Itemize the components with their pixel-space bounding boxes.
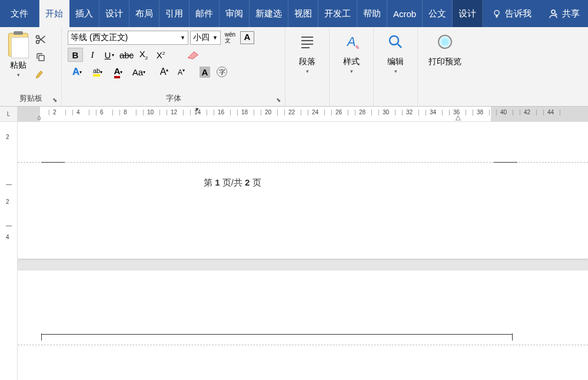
ribbon-content: 粘贴 ▾ 剪贴板 ⬊ 等线 (西文正文): [0, 27, 588, 107]
tab-acrobat[interactable]: Acrob: [387, 0, 423, 27]
italic-button[interactable]: I: [85, 48, 100, 62]
share-icon: [548, 8, 559, 19]
chevron-down-icon: ▼: [180, 35, 185, 41]
indent-marker-bottom[interactable]: ⌂: [37, 114, 44, 121]
ruler-tick: 24: [312, 109, 318, 115]
grow-font-button[interactable]: A▴: [157, 65, 172, 79]
enclose-characters-button[interactable]: 字: [214, 65, 230, 79]
tab-insert[interactable]: 插入: [69, 0, 99, 27]
clipboard-icon: [8, 33, 28, 57]
copy-icon: [35, 52, 46, 62]
wen-icon: wén文: [225, 32, 235, 44]
shrink-font-icon: A▾: [178, 68, 185, 77]
tab-official[interactable]: 公文: [423, 0, 453, 27]
ruler-tick: 36: [453, 109, 460, 115]
tell-me-button[interactable]: 告诉我: [484, 8, 540, 19]
tab-references[interactable]: 引用: [160, 0, 190, 27]
tab-new[interactable]: 新建选: [250, 0, 288, 27]
strikethrough-button[interactable]: abc: [119, 48, 134, 62]
ruler-tick: 34: [430, 109, 436, 115]
copy-button[interactable]: [34, 51, 47, 64]
underline-button[interactable]: U▾: [102, 48, 117, 62]
ruler-tick: 40: [500, 109, 507, 115]
subscript-button[interactable]: X2: [136, 48, 151, 62]
horizontal-ruler[interactable]: ▾ ⌂ △ 2||4||6||8||10||12||14||16||18||20…: [18, 107, 588, 121]
document-page-1[interactable]: 第 1 页/共 2 页: [18, 122, 588, 259]
text-effects-button[interactable]: A▾: [68, 65, 87, 79]
share-button[interactable]: 共享: [540, 8, 588, 19]
paste-label: 粘贴: [10, 60, 26, 71]
search-icon: [387, 33, 404, 51]
character-border-button[interactable]: A: [240, 31, 255, 45]
font-size-value: 小四: [193, 32, 210, 43]
tab-mail[interactable]: 邮件: [190, 0, 220, 27]
cut-button[interactable]: [34, 33, 47, 46]
styles-button[interactable]: A✎ 样式 ▾: [340, 31, 363, 74]
ruler-tick: 4: [77, 109, 80, 115]
bold-icon: B: [72, 50, 79, 60]
svg-point-3: [36, 41, 39, 44]
tab-help[interactable]: 帮助: [357, 0, 387, 27]
group-clipboard: 粘贴 ▾ 剪贴板 ⬊: [0, 27, 62, 106]
phonetic-guide-button[interactable]: wén文: [222, 31, 238, 45]
ruler-tick: 42: [524, 109, 530, 115]
vertical-ruler[interactable]: 2 — 2 — 4: [0, 122, 18, 380]
paste-button[interactable]: 粘贴 ▾: [4, 29, 33, 78]
ruler-area: L ▾ ⌂ △ 2||4||6||8||10||12||14||16||18||…: [0, 107, 588, 122]
format-painter-button[interactable]: [34, 68, 47, 81]
tell-me-label: 告诉我: [505, 8, 531, 19]
clear-formatting-button[interactable]: [182, 48, 202, 62]
ribbon-tabs: 文件 开始 插入 设计 布局 引用 邮件 审阅 新建选 视图 开发工 帮助 Ac…: [0, 0, 588, 27]
ruler-tick: 14: [194, 109, 201, 115]
chevron-down-icon: ▾: [394, 68, 397, 74]
superscript-button[interactable]: X2: [153, 48, 168, 62]
tab-design2[interactable]: 设计: [453, 0, 483, 27]
chevron-down-icon: ▾: [306, 68, 309, 74]
tab-developer[interactable]: 开发工: [318, 0, 357, 27]
ruler-tick: 22: [288, 109, 295, 115]
change-case-icon: Aa: [132, 67, 143, 77]
ruler-tick: 12: [171, 109, 177, 115]
border-a-icon: A: [240, 31, 254, 44]
tab-design[interactable]: 设计: [99, 0, 129, 27]
change-case-button[interactable]: Aa▾: [129, 65, 148, 79]
enclose-icon: 字: [217, 67, 227, 77]
shrink-font-button[interactable]: A▾: [174, 65, 189, 79]
tab-file[interactable]: 文件: [0, 0, 39, 27]
strikethrough-icon: abc: [119, 50, 134, 60]
print-preview-button[interactable]: 打印预览: [428, 31, 461, 67]
ruler-corner[interactable]: L: [0, 107, 18, 121]
tab-home[interactable]: 开始: [39, 0, 69, 27]
chevron-down-icon: ▼: [212, 35, 218, 41]
font-group-label: 字体: [65, 92, 281, 105]
font-color-button[interactable]: A▾: [109, 65, 128, 79]
chevron-down-icon: ▾: [17, 72, 20, 78]
chevron-down-icon: ▾: [350, 68, 353, 74]
editing-button[interactable]: 编辑 ▾: [384, 31, 407, 74]
ruler-tick: 30: [383, 109, 389, 115]
paragraph-button[interactable]: 段落 ▾: [296, 31, 318, 74]
character-shading-button[interactable]: A: [197, 65, 212, 79]
ruler-tick: 10: [147, 109, 154, 115]
svg-point-1: [552, 10, 555, 14]
tab-layout[interactable]: 布局: [129, 0, 160, 27]
styles-label: 样式: [343, 57, 360, 67]
text-effects-icon: A: [72, 66, 79, 78]
preview-label: 打印预览: [428, 57, 461, 67]
shading-a-icon: A: [200, 67, 211, 78]
tab-review[interactable]: 审阅: [220, 0, 250, 27]
bold-button[interactable]: B: [68, 48, 83, 62]
highlight-button[interactable]: ab▾: [88, 65, 107, 79]
font-dialog-launcher[interactable]: ⬊: [276, 97, 283, 104]
group-styles: A✎ 样式 ▾: [330, 27, 374, 106]
document-page-2[interactable]: [18, 270, 588, 380]
tab-view[interactable]: 视图: [288, 0, 318, 27]
ruler-tick: 18: [241, 109, 248, 115]
font-size-select[interactable]: 小四 ▼: [190, 31, 221, 45]
font-name-select[interactable]: 等线 (西文正文) ▼: [68, 31, 188, 45]
page-number-text: 第 1 页/共 2 页: [204, 177, 261, 189]
paragraph-icon: [298, 32, 317, 51]
clipboard-dialog-launcher[interactable]: ⬊: [52, 97, 59, 104]
ruler-tick: 20: [265, 109, 271, 115]
underline-icon: U: [105, 50, 111, 60]
